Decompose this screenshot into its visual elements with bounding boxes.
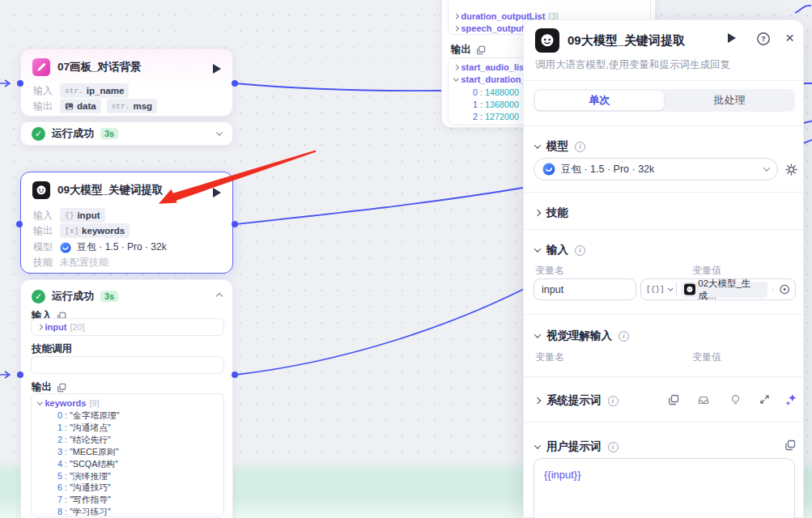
model-settings-gear-icon[interactable]	[784, 162, 799, 177]
skill-value: 未配置技能	[60, 256, 108, 270]
node-canvas-07[interactable]: 07画板_对话背景 输入 str. ip_name 输出 data str. m…	[20, 49, 233, 117]
expand-icon[interactable]	[759, 393, 771, 405]
collapse-icon[interactable]	[453, 75, 458, 80]
help-icon[interactable]: ?	[756, 32, 771, 46]
expand-icon[interactable]	[453, 14, 458, 19]
divider	[524, 376, 803, 377]
json-array-item: 2:1272000	[473, 111, 519, 123]
type-selector[interactable]: [{}]	[646, 285, 665, 294]
chevron-right-icon[interactable]	[534, 397, 541, 404]
output-section-label: 输出	[451, 43, 486, 57]
run-node-button[interactable]	[728, 33, 736, 43]
info-icon[interactable]: i	[608, 396, 619, 406]
close-icon[interactable]: ×	[785, 29, 794, 47]
ai-optimize-sparkle-icon[interactable]	[784, 393, 798, 406]
node-canvas-status[interactable]: ✓ 运行成功 3s	[20, 121, 233, 146]
collapse-icon[interactable]	[37, 399, 42, 404]
connection-port[interactable]	[232, 80, 238, 87]
skill-section-header[interactable]: 技能	[535, 206, 568, 220]
chevron-down-icon[interactable]	[534, 142, 541, 148]
info-icon[interactable]: i	[608, 442, 619, 452]
variable-value-widget[interactable]: [{}] 02大模型_生成… ·	[640, 278, 796, 300]
output-section-label: 输出	[32, 380, 66, 394]
run-node-button[interactable]	[213, 188, 221, 197]
model-label: 模型	[33, 240, 54, 254]
duration-badge: 3s	[100, 128, 118, 139]
input-section-header[interactable]: 输入 i	[535, 243, 585, 257]
json-array-item: 1:"沟通堵点"	[57, 422, 217, 434]
variable-chip: str. ip_name	[60, 83, 129, 98]
user-prompt-editor[interactable]: {{input}}	[534, 458, 795, 518]
chevron-down-icon[interactable]	[534, 331, 541, 338]
info-icon[interactable]: i	[619, 331, 629, 342]
model-select-value: 豆包 · 1.5 · Pro · 32k	[561, 163, 654, 176]
variable-name-field[interactable]: input	[534, 278, 636, 300]
expand-icon[interactable]	[453, 26, 458, 31]
info-icon[interactable]: i	[575, 245, 585, 256]
dot-separator: ·	[772, 285, 774, 294]
user-prompt-value: {{input}}	[544, 469, 581, 481]
chevron-right-icon[interactable]	[534, 210, 541, 216]
variable-chip: [x] keywords	[60, 223, 130, 238]
connection-port[interactable]	[232, 221, 238, 227]
json-array-item: 5:"演绎推理"	[57, 470, 217, 482]
info-icon[interactable]: i	[575, 142, 585, 152]
keyword-list: 0:"金字塔原理"1:"沟通堵点"2:"结论先行"3:"MECE原则"4:"SC…	[38, 410, 217, 517]
divider	[524, 125, 803, 126]
prompt-library-icon[interactable]	[697, 393, 710, 406]
node-title: 07画板_对话背景	[57, 60, 142, 74]
copy-icon[interactable]	[476, 45, 486, 55]
doubao-model-icon	[60, 242, 71, 253]
json-box-input[interactable]: input [20]	[31, 318, 224, 336]
json-array-item: 2:"结论先行"	[57, 434, 217, 446]
connection-port[interactable]	[16, 221, 23, 227]
vision-section-header[interactable]: 视觉理解输入 i	[535, 329, 629, 343]
json-array-item: 4:"SCQA结构"	[57, 458, 217, 470]
run-node-button[interactable]	[213, 64, 221, 74]
status-text: 运行成功	[52, 126, 94, 141]
column-variable-name: 变量名	[535, 350, 564, 364]
user-prompt-header[interactable]: 用户提示词 i	[535, 439, 619, 454]
lightbulb-icon[interactable]	[729, 393, 742, 406]
json-count: [9]	[89, 398, 99, 408]
skill-call-label: 技能调用	[32, 342, 72, 356]
divider	[524, 422, 803, 422]
json-box-output[interactable]: keywords [9] 0:"金字塔原理"1:"沟通堵点"2:"结论先行"3:…	[31, 393, 224, 517]
model-section-header[interactable]: 模型 i	[535, 139, 585, 154]
chevron-down-icon[interactable]	[668, 286, 673, 291]
copy-icon[interactable]	[784, 439, 796, 451]
success-check-icon: ✓	[32, 290, 45, 304]
copy-icon[interactable]	[57, 383, 66, 393]
system-prompt-header[interactable]: 系统提示词 i	[535, 393, 619, 408]
variable-chip: str. msg	[107, 99, 157, 113]
chevron-up-icon[interactable]	[216, 293, 223, 299]
tab-batch[interactable]: 批处理	[665, 89, 793, 112]
chevron-down-icon[interactable]	[534, 245, 541, 252]
variable-name-value: input	[542, 284, 563, 295]
json-array-item: 0:"金字塔原理"	[57, 410, 217, 422]
connection-port[interactable]	[17, 372, 23, 378]
connection-port[interactable]	[17, 80, 23, 87]
tab-single[interactable]: 单次	[535, 91, 664, 110]
node-llm-09[interactable]: 09大模型_关键词提取 输入 {} input 输出 [x] keywords …	[20, 172, 233, 274]
copy-icon[interactable]	[668, 394, 679, 405]
model-select[interactable]: 豆包 · 1.5 · Pro · 32k	[534, 158, 778, 180]
chevron-down-icon[interactable]	[216, 129, 223, 135]
target-icon[interactable]	[779, 283, 790, 295]
divider	[524, 80, 803, 81]
node-config-panel: 09大模型_关键词提取 ? × 调用大语言模型,使用变量和提示词生成回复 单次 …	[523, 19, 804, 518]
canvas-node-icon	[32, 58, 50, 76]
variable-reference[interactable]: 02大模型_生成…	[681, 282, 767, 298]
variable-chip: {} input	[60, 208, 105, 223]
input-label: 输入	[33, 84, 54, 98]
column-variable-value: 变量值	[692, 264, 721, 278]
chevron-down-icon[interactable]	[534, 442, 541, 448]
expand-icon[interactable]	[453, 65, 458, 70]
expand-icon[interactable]	[37, 325, 42, 329]
llm-node-icon	[32, 181, 50, 199]
duration-list: 0:14880001:13680002:1272000	[473, 87, 519, 123]
connection-port[interactable]	[232, 372, 238, 378]
run-result-header[interactable]: ✓ 运行成功 3s	[32, 286, 222, 307]
mode-tabbar: 单次 批处理	[534, 89, 795, 112]
status-text: 运行成功	[52, 289, 94, 304]
